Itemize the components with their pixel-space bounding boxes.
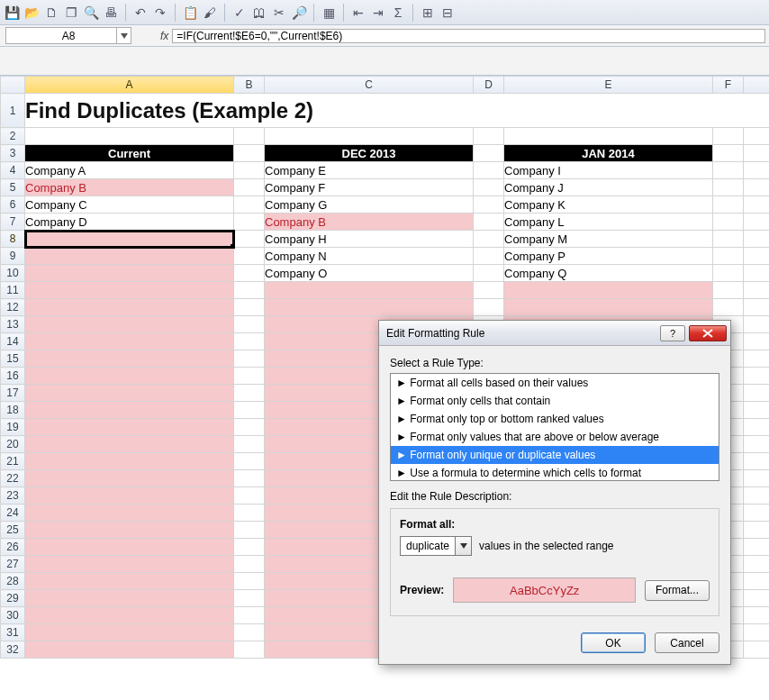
cell-G18[interactable]	[744, 402, 770, 419]
find-icon[interactable]: 🔎	[291, 5, 307, 21]
col-header-F[interactable]: F	[713, 77, 744, 94]
cell-G17[interactable]	[744, 385, 770, 402]
cell-F6[interactable]	[713, 196, 744, 214]
cell-G8[interactable]	[744, 231, 770, 248]
cell-C10[interactable]: Company O	[265, 265, 474, 282]
row-header-20[interactable]: 20	[1, 436, 25, 453]
row-header-24[interactable]: 24	[1, 505, 25, 522]
cell-B16[interactable]	[234, 368, 265, 385]
row-header-25[interactable]: 25	[1, 522, 25, 539]
cell-G5[interactable]	[744, 179, 770, 196]
spellcheck-icon[interactable]: ✓	[231, 5, 248, 21]
cell-E5[interactable]: Company J	[504, 179, 713, 196]
cell-F5[interactable]	[713, 179, 744, 196]
cell-B30[interactable]	[234, 607, 265, 624]
cell-B2[interactable]	[234, 128, 265, 145]
row-header-11[interactable]: 11	[1, 282, 25, 299]
rule-type-item[interactable]: ► Format only top or bottom ranked value…	[391, 410, 719, 428]
cell-E2[interactable]	[504, 128, 713, 145]
cell-F12[interactable]	[713, 299, 744, 316]
cell-F8[interactable]	[713, 231, 744, 248]
col-header-C[interactable]: C	[265, 77, 474, 94]
cell-B25[interactable]	[234, 522, 265, 539]
cell-G24[interactable]	[744, 505, 770, 522]
cell-E10[interactable]: Company Q	[504, 265, 713, 282]
cell-D10[interactable]	[474, 265, 504, 282]
cell-B23[interactable]	[234, 487, 265, 505]
cell-A16[interactable]	[25, 368, 234, 385]
cell-G13[interactable]	[744, 316, 770, 333]
cell-F4[interactable]	[713, 162, 744, 179]
rule-type-item[interactable]: ► Format only cells that contain	[391, 392, 719, 410]
cell-G23[interactable]	[744, 487, 770, 505]
cell-F11[interactable]	[713, 282, 744, 299]
cell-G16[interactable]	[744, 368, 770, 385]
cell-F3[interactable]	[713, 145, 744, 162]
outline-left-icon[interactable]: ⇤	[350, 5, 366, 21]
rule-type-item[interactable]: ► Format all cells based on their values	[391, 374, 719, 392]
cell-A21[interactable]	[25, 453, 234, 470]
cell-A3[interactable]: Current	[25, 145, 234, 162]
cell-C4[interactable]: Company E	[265, 162, 474, 179]
cell-B19[interactable]	[234, 419, 265, 436]
subtotal-icon[interactable]: Σ	[390, 5, 406, 21]
cell-C11[interactable]	[265, 282, 474, 299]
cell-E3[interactable]: JAN 2014	[504, 145, 713, 162]
cell-E9[interactable]: Company P	[504, 248, 713, 265]
cell-G28[interactable]	[744, 573, 770, 590]
cell-A11[interactable]	[25, 282, 234, 299]
cell-A14[interactable]	[25, 333, 234, 350]
cell-B27[interactable]	[234, 556, 265, 573]
redo-icon[interactable]: ↷	[152, 5, 168, 21]
cell-A31[interactable]	[25, 624, 234, 641]
cell-G15[interactable]	[744, 350, 770, 368]
duplicate-unique-dropdown[interactable]: duplicate	[400, 536, 472, 556]
row-header-27[interactable]: 27	[1, 556, 25, 573]
open-icon[interactable]: 📂	[23, 5, 40, 21]
cell-A2[interactable]	[25, 128, 234, 145]
cell-G22[interactable]	[744, 470, 770, 487]
cell-B20[interactable]	[234, 436, 265, 453]
cell-D7[interactable]	[474, 214, 504, 231]
col-header-overflow[interactable]	[744, 77, 770, 94]
cell-D9[interactable]	[474, 248, 504, 265]
cell-D5[interactable]	[474, 179, 504, 196]
cell-A22[interactable]	[25, 470, 234, 487]
cell-C3[interactable]: DEC 2013	[265, 145, 474, 162]
cell-G20[interactable]	[744, 436, 770, 453]
cell-F9[interactable]	[713, 248, 744, 265]
row-header-6[interactable]: 6	[1, 196, 25, 214]
rule-type-item[interactable]: ► Format only values that are above or b…	[391, 428, 719, 446]
cell-C7[interactable]: Company B	[265, 214, 474, 231]
cell-D4[interactable]	[474, 162, 504, 179]
row-header-9[interactable]: 9	[1, 248, 25, 265]
cell-A18[interactable]	[25, 402, 234, 419]
cell-G14[interactable]	[744, 333, 770, 350]
cell-D12[interactable]	[474, 299, 504, 316]
cell-B6[interactable]	[234, 196, 265, 214]
cell-G29[interactable]	[744, 590, 770, 607]
row-header-31[interactable]: 31	[1, 624, 25, 641]
row-header-19[interactable]: 19	[1, 419, 25, 436]
cell-A27[interactable]	[25, 556, 234, 573]
rule-type-list[interactable]: ► Format all cells based on their values…	[390, 373, 719, 481]
cell-E4[interactable]: Company I	[504, 162, 713, 179]
cell-A20[interactable]	[25, 436, 234, 453]
row-header-29[interactable]: 29	[1, 590, 25, 607]
cell-G19[interactable]	[744, 419, 770, 436]
cell-E12[interactable]	[504, 299, 713, 316]
cell-G25[interactable]	[744, 522, 770, 539]
cell-A8[interactable]	[25, 231, 234, 248]
research-icon[interactable]: 🕮	[251, 5, 267, 21]
row-header-21[interactable]: 21	[1, 453, 25, 470]
cell-A30[interactable]	[25, 607, 234, 624]
cell-A9[interactable]	[25, 248, 234, 265]
cell-G7[interactable]	[744, 214, 770, 231]
row-header-1[interactable]: 1	[1, 94, 25, 128]
row-header-5[interactable]: 5	[1, 179, 25, 196]
cut-icon[interactable]: ✂	[271, 5, 287, 21]
cell-A15[interactable]	[25, 350, 234, 368]
cell-D3[interactable]	[474, 145, 504, 162]
paint-icon[interactable]: 🖌	[202, 5, 218, 21]
row-header-32[interactable]: 32	[1, 641, 25, 659]
